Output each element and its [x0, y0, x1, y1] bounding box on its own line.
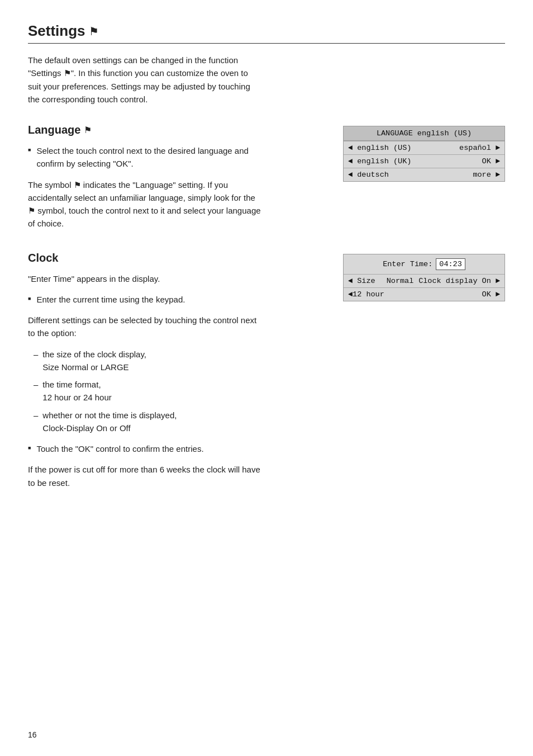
clock-row2-right: OK ► [482, 290, 500, 299]
clock-section: Clock "Enter Time" appears in the displa… [28, 252, 505, 497]
clock-display-row-1: ◄ Size Normal Clock display On ► [344, 274, 505, 287]
language-display-header: LANGUAGE english (US) [344, 126, 505, 141]
clock-para-2: Different settings can be selected by to… [28, 314, 263, 340]
clock-display-row-2: ◄12 hour OK ► [344, 287, 505, 301]
clock-dash-1-sub: Size Normal or LARGE [42, 362, 129, 372]
language-display-row-2: ◄ english (UK) OK ► [344, 154, 505, 168]
clock-bullet-list-1: Enter the current time using the keypad. [28, 293, 263, 306]
clock-dash-1-text: the size of the clock display, Size Norm… [42, 348, 146, 374]
intro-paragraph: The default oven settings can be changed… [28, 54, 263, 106]
page-number: 16 [28, 730, 37, 739]
dash-1-symbol: – [34, 348, 38, 361]
language-bullet-1: Select the touch control next to the des… [28, 144, 263, 171]
clock-dash-2-text: the time format, 12 hour or 24 hour [42, 378, 111, 404]
language-section: Language ⚑ Select the touch control next… [28, 124, 505, 238]
language-para-1: The symbol ⚑ indicates the "Language" se… [28, 178, 263, 230]
clock-row1-right-text: Clock display On ► [418, 277, 500, 285]
language-row1-right-text: español ► [459, 144, 500, 152]
language-row2-right-text: OK ► [482, 157, 500, 166]
title-flag-icon: ⚑ [89, 25, 99, 38]
language-display-row-1: ◄ english (US) español ► [344, 141, 505, 154]
clock-dash-3-label: whether or not the time is displayed, [42, 410, 177, 420]
clock-left-col: Clock "Enter Time" appears in the displa… [28, 252, 263, 497]
language-row2-left-text: ◄ english (UK) [348, 157, 411, 166]
clock-dash-2: – the time format, 12 hour or 24 hour [34, 378, 263, 404]
language-row3-right: more ► [473, 171, 500, 179]
clock-dash-2-sub: 12 hour or 24 hour [42, 393, 111, 402]
clock-row2-left: ◄12 hour [348, 290, 384, 299]
clock-row2-right-text: OK ► [482, 290, 500, 299]
language-row3-left: ◄ deutsch [348, 171, 389, 179]
title-divider [28, 43, 505, 44]
language-row3-right-text: more ► [473, 171, 500, 179]
language-row1-right: español ► [459, 144, 500, 152]
clock-display-panel-container: Enter Time: 04:23 ◄ Size Normal Clock di… [279, 252, 505, 301]
clock-bullet-2-text: Touch the "OK" control to confirm the en… [36, 442, 203, 455]
language-heading: Language ⚑ [28, 124, 263, 136]
clock-dash-3: – whether or not the time is displayed, … [34, 409, 263, 435]
language-left-col: Language ⚑ Select the touch control next… [28, 124, 263, 238]
language-flag-icon: ⚑ [84, 125, 92, 135]
language-row1-left-text: ◄ english (US) [348, 144, 411, 152]
language-row3-left-text: ◄ deutsch [348, 171, 389, 179]
clock-time-row: Enter Time: 04:23 [344, 254, 505, 274]
page-title: Settings ⚑ [28, 22, 505, 40]
clock-bullet-list-2: Touch the "OK" control to confirm the en… [28, 442, 263, 455]
clock-para-1: "Enter Time" appears in the display. [28, 272, 263, 285]
clock-display-panel: Enter Time: 04:23 ◄ Size Normal Clock di… [343, 254, 505, 301]
clock-bullet-1: Enter the current time using the keypad. [28, 293, 263, 306]
clock-dash-list: – the size of the clock display, Size No… [28, 348, 263, 435]
language-display-panel: LANGUAGE english (US) ◄ english (US) esp… [343, 126, 505, 182]
clock-row2-left-text: ◄12 hour [348, 290, 384, 299]
language-display-panel-container: LANGUAGE english (US) ◄ english (US) esp… [279, 124, 505, 182]
language-bullet-1-text: Select the touch control next to the des… [36, 144, 263, 171]
clock-dash-1: – the size of the clock display, Size No… [34, 348, 263, 374]
clock-row1-left-value: Normal [387, 277, 414, 285]
title-text: Settings [28, 22, 85, 40]
language-row2-left: ◄ english (UK) [348, 157, 411, 166]
language-row1-left: ◄ english (US) [348, 144, 411, 152]
clock-bullet-2: Touch the "OK" control to confirm the en… [28, 442, 263, 455]
dash-3-symbol: – [34, 409, 38, 422]
clock-dash-3-sub: Clock-Display On or Off [42, 423, 130, 433]
dash-2-symbol: – [34, 378, 38, 391]
clock-row1-right: Clock display On ► [418, 277, 500, 285]
language-display-row-3: ◄ deutsch more ► [344, 168, 505, 181]
clock-para-3: If the power is cut off for more than 6 … [28, 463, 263, 489]
clock-row1-left-prefix: ◄ Size [348, 277, 375, 285]
clock-bullet-1-text: Enter the current time using the keypad. [36, 293, 185, 306]
clock-dash-1-label: the size of the clock display, [42, 349, 146, 359]
language-bullet-list: Select the touch control next to the des… [28, 144, 263, 171]
clock-time-label: Enter Time: [383, 260, 432, 268]
clock-heading: Clock [28, 252, 263, 264]
clock-time-value: 04:23 [436, 258, 465, 270]
clock-heading-text: Clock [28, 252, 58, 264]
clock-dash-2-label: the time format, [42, 380, 101, 389]
language-row2-right: OK ► [482, 157, 500, 166]
clock-dash-3-text: whether or not the time is displayed, Cl… [42, 409, 177, 435]
clock-row1-left: ◄ Size Normal [348, 277, 413, 285]
language-heading-text: Language [28, 124, 80, 136]
language-header-text: LANGUAGE english (US) [377, 129, 472, 138]
